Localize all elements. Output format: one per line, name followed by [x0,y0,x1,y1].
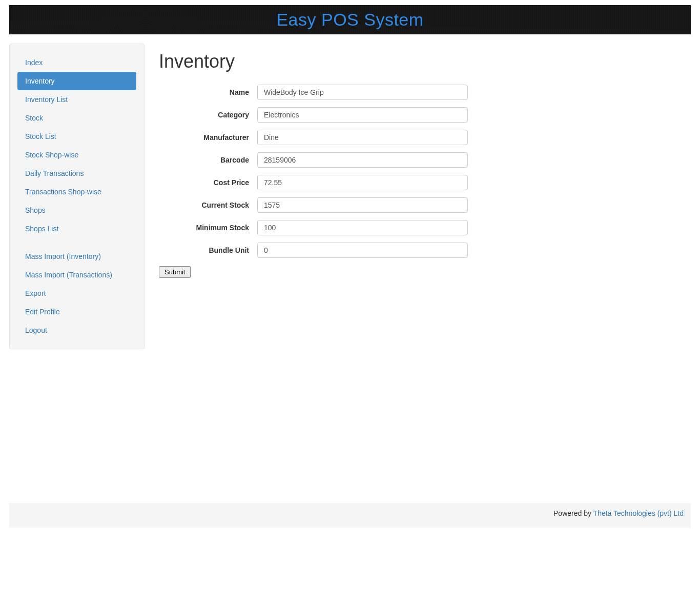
input-category[interactable] [257,107,468,123]
label-bundle-unit: Bundle Unit [159,246,257,254]
sidebar-item-transactions-shop-wise[interactable]: Transactions Shop-wise [17,183,136,201]
sidebar-item-shops-list[interactable]: Shops List [17,219,136,238]
sidebar-item-mass-import-inventory[interactable]: Mass Import (Inventory) [17,247,136,266]
footer-link[interactable]: Theta Technologies (pvt) Ltd [593,509,684,517]
footer: Powered by Theta Technologies (pvt) Ltd [9,503,691,528]
input-minimum-stock[interactable] [257,220,468,235]
sidebar-item-index[interactable]: Index [17,53,136,72]
sidebar-item-logout[interactable]: Logout [17,321,136,339]
sidebar-divider [10,238,144,247]
sidebar-item-mass-import-transactions[interactable]: Mass Import (Transactions) [17,266,136,284]
main-container: Index Inventory Inventory List Stock Sto… [9,44,691,349]
input-cost-price[interactable] [257,175,468,190]
input-name[interactable] [257,85,468,100]
input-manufacturer[interactable] [257,130,468,145]
sidebar-item-export[interactable]: Export [17,284,136,303]
sidebar-item-shops[interactable]: Shops [17,201,136,219]
footer-text: Powered by [553,509,593,517]
sidebar-item-inventory[interactable]: Inventory [17,72,136,90]
sidebar-item-stock-list[interactable]: Stock List [17,127,136,146]
label-barcode: Barcode [159,156,257,164]
input-current-stock[interactable] [257,197,468,213]
submit-button[interactable]: Submit [159,266,191,278]
sidebar-item-stock[interactable]: Stock [17,109,136,127]
input-bundle-unit[interactable] [257,243,468,258]
app-header: Easy POS System [9,5,691,34]
sidebar-item-daily-transactions[interactable]: Daily Transactions [17,164,136,183]
label-manufacturer: Manufacturer [159,133,257,142]
label-current-stock: Current Stock [159,201,257,209]
sidebar-item-stock-shop-wise[interactable]: Stock Shop-wise [17,146,136,164]
sidebar: Index Inventory Inventory List Stock Sto… [9,44,145,349]
page-title: Inventory [159,51,670,72]
sidebar-item-edit-profile[interactable]: Edit Profile [17,303,136,321]
label-name: Name [159,88,257,96]
label-cost-price: Cost Price [159,178,257,187]
app-title: Easy POS System [276,10,423,30]
label-category: Category [159,111,257,119]
sidebar-item-inventory-list[interactable]: Inventory List [17,90,136,109]
main-content: Inventory Name Category Manufacturer Bar… [159,44,691,278]
label-minimum-stock: Minimum Stock [159,224,257,232]
input-barcode[interactable] [257,152,468,168]
